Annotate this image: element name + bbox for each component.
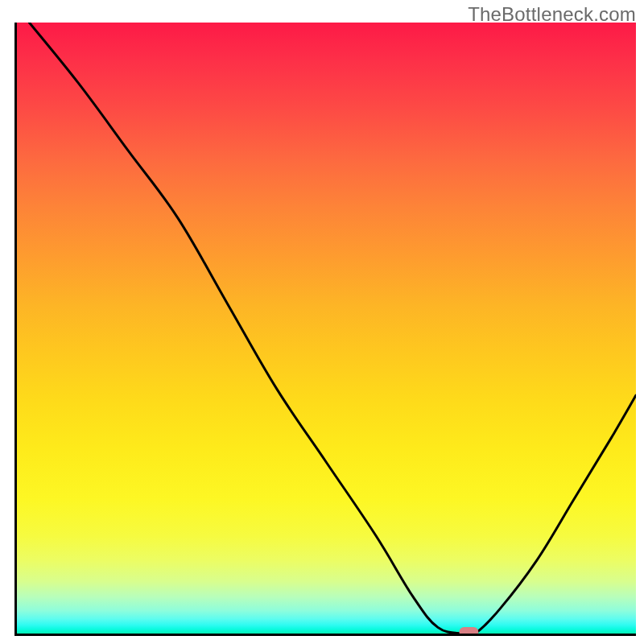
bottleneck-curve	[29, 23, 636, 634]
optimal-marker	[459, 627, 478, 634]
chart-container: TheBottleneck.com	[0, 0, 644, 644]
plot-area	[14, 23, 636, 636]
curve-svg	[17, 23, 636, 634]
